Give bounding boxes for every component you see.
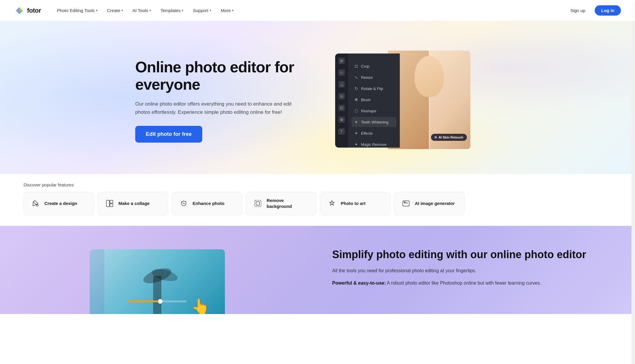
photo-to-art-icon bbox=[327, 198, 337, 209]
sidebar-icon-adjust: △ bbox=[338, 81, 345, 88]
lower-highlight: Powerful & easy-to-use: A robust photo e… bbox=[332, 279, 611, 287]
svg-rect-3 bbox=[110, 200, 113, 203]
face-silhouette bbox=[415, 56, 444, 97]
chevron-down-icon: ▾ bbox=[121, 9, 123, 12]
lower-highlight-label: Powerful & easy-to-use: bbox=[332, 280, 386, 285]
nav-more[interactable]: More ▾ bbox=[217, 6, 238, 15]
crop-icon: ⊡ bbox=[355, 64, 358, 69]
feature-enhance-photo[interactable]: Enhance photo bbox=[172, 192, 242, 215]
svg-rect-8 bbox=[403, 201, 409, 206]
sidebar-icon-sticker: ✿ bbox=[338, 116, 345, 123]
menu-item-crop: ⊡ Crop bbox=[352, 61, 396, 71]
signup-button[interactable]: Sign up bbox=[564, 5, 591, 16]
chevron-down-icon: ▾ bbox=[210, 9, 211, 12]
features-grid: Create a design Make a collage Enhan bbox=[24, 192, 611, 215]
hero-image-container: ⊞ ☺ △ ◎ ⊡ ✿ T ⊡ Crop ⤡ bbox=[335, 51, 470, 151]
menu-item-reshape: ⬡ Reshape bbox=[352, 106, 396, 116]
lower-title: Simplify photo editing with our online p… bbox=[332, 248, 611, 261]
menu-item-rotate: ↻ Rotate & Flip bbox=[352, 84, 396, 93]
feature-create-design[interactable]: Create a design bbox=[24, 192, 94, 215]
blush-icon: ❋ bbox=[355, 97, 358, 102]
magic-remove-icon: ✦ bbox=[355, 142, 358, 147]
menu-item-effects: ✦ Effects bbox=[352, 128, 396, 138]
effects-icon: ✦ bbox=[355, 131, 358, 136]
brand-name: fotor bbox=[27, 7, 41, 14]
sidebar-icon-text: T bbox=[338, 128, 345, 135]
chevron-down-icon: ▾ bbox=[182, 9, 183, 12]
svg-point-9 bbox=[404, 202, 405, 203]
photo-mock: AI Skin Retouch bbox=[388, 51, 470, 149]
editor-panel-mock: ⊞ ☺ △ ◎ ⊡ ✿ T ⊡ Crop ⤡ bbox=[335, 54, 400, 148]
chevron-down-icon: ▾ bbox=[149, 9, 151, 12]
photo-editor-mock: 👆 bbox=[90, 249, 225, 314]
feature-remove-background[interactable]: Remove background bbox=[246, 192, 316, 215]
ai-image-generator-label: AI image generator bbox=[415, 201, 455, 206]
hero-section: Online photo editor for everyone Our onl… bbox=[0, 21, 635, 174]
slider-thumb bbox=[158, 299, 163, 304]
svg-rect-7 bbox=[256, 202, 260, 205]
scrollbar[interactable] bbox=[631, 0, 635, 314]
feature-make-collage[interactable]: Make a collage bbox=[98, 192, 168, 215]
nav-create[interactable]: Create ▾ bbox=[103, 6, 127, 15]
lower-section: 👆 Simplify photo editing with our online… bbox=[0, 226, 635, 314]
editor-sidebar-icons: ⊞ ☺ △ ◎ ⊡ ✿ T bbox=[335, 54, 348, 148]
teeth-icon: ✦ bbox=[355, 120, 358, 124]
ai-skin-retouch-tag: AI Skin Retouch bbox=[431, 134, 467, 141]
remove-background-label: Remove background bbox=[267, 198, 310, 210]
create-design-icon bbox=[30, 198, 41, 209]
nav-links: Photo Editing Tools ▾ Create ▾ AI Tools … bbox=[53, 6, 565, 15]
rotate-icon: ↻ bbox=[355, 86, 358, 91]
nav-ai-tools[interactable]: AI Tools ▾ bbox=[128, 6, 155, 15]
sidebar-icon-grid: ⊞ bbox=[338, 58, 345, 64]
menu-item-blush: ❋ Blush bbox=[352, 95, 396, 105]
discover-label: Discover popular features bbox=[24, 182, 611, 187]
ai-tag-icon bbox=[435, 136, 437, 138]
hero-content: Online photo editor for everyone Our onl… bbox=[112, 33, 523, 162]
hand-pointer: 👆 bbox=[191, 299, 210, 314]
feature-ai-image-generator[interactable]: AI image generator bbox=[394, 192, 464, 215]
reshape-icon: ⬡ bbox=[355, 108, 358, 113]
feature-photo-to-art[interactable]: Photo to art bbox=[320, 192, 390, 215]
editor-menu: ⊡ Crop ⤡ Resize ↻ Rotate & Flip ❋ bbox=[348, 58, 400, 148]
navbar: fotor Photo Editing Tools ▾ Create ▾ AI … bbox=[0, 0, 635, 21]
hero-description: Our online photo editor offers everythin… bbox=[135, 100, 300, 116]
sidebar-icon-eye: ◎ bbox=[338, 93, 345, 99]
svg-point-1 bbox=[36, 204, 38, 206]
sidebar-icon-camera: ⊡ bbox=[338, 105, 345, 111]
photo-to-art-label: Photo to art bbox=[341, 201, 365, 206]
login-button[interactable]: Log in bbox=[595, 5, 621, 16]
enhance-photo-label: Enhance photo bbox=[193, 201, 224, 206]
make-collage-icon bbox=[104, 198, 115, 209]
lower-right-content: Simplify photo editing with our online p… bbox=[315, 226, 635, 314]
enhance-photo-icon bbox=[178, 198, 189, 209]
make-collage-label: Make a collage bbox=[118, 201, 150, 206]
lower-description: All the tools you need for professional … bbox=[332, 267, 611, 275]
chevron-down-icon: ▾ bbox=[232, 9, 234, 12]
menu-item-resize: ⤡ Resize bbox=[352, 72, 396, 82]
nav-templates[interactable]: Templates ▾ bbox=[156, 6, 188, 15]
logo-link[interactable]: fotor bbox=[14, 5, 41, 16]
svg-rect-2 bbox=[106, 200, 109, 207]
ai-image-generator-icon bbox=[401, 198, 411, 209]
menu-item-magic-remove: ✦ Magic Remove bbox=[352, 139, 396, 148]
edit-photo-cta-button[interactable]: Edit photo for free bbox=[135, 126, 202, 143]
chevron-down-icon: ▾ bbox=[96, 9, 98, 12]
menu-item-teeth: ✦ Teeth Whitening bbox=[352, 117, 396, 127]
create-design-label: Create a design bbox=[44, 201, 77, 206]
remove-background-icon bbox=[253, 198, 263, 209]
panel-overlay bbox=[90, 249, 104, 314]
resize-icon: ⤡ bbox=[355, 75, 358, 80]
fotor-logo-icon bbox=[14, 5, 25, 16]
svg-rect-4 bbox=[110, 204, 113, 207]
hero-left-content: Online photo editor for everyone Our onl… bbox=[135, 59, 300, 143]
nav-support[interactable]: Support ▾ bbox=[189, 6, 215, 15]
hero-right-content: ⊞ ☺ △ ◎ ⊡ ✿ T ⊡ Crop ⤡ bbox=[317, 51, 470, 151]
hero-title: Online photo editor for everyone bbox=[135, 59, 300, 94]
svg-rect-6 bbox=[255, 200, 261, 207]
slider-bar bbox=[128, 300, 187, 302]
nav-actions: Sign up Log in bbox=[564, 5, 621, 16]
nav-photo-editing-tools[interactable]: Photo Editing Tools ▾ bbox=[53, 6, 102, 15]
slider-fill bbox=[128, 300, 160, 302]
sidebar-icon-face: ☺ bbox=[338, 69, 345, 76]
lower-left-content: 👆 bbox=[0, 226, 315, 314]
